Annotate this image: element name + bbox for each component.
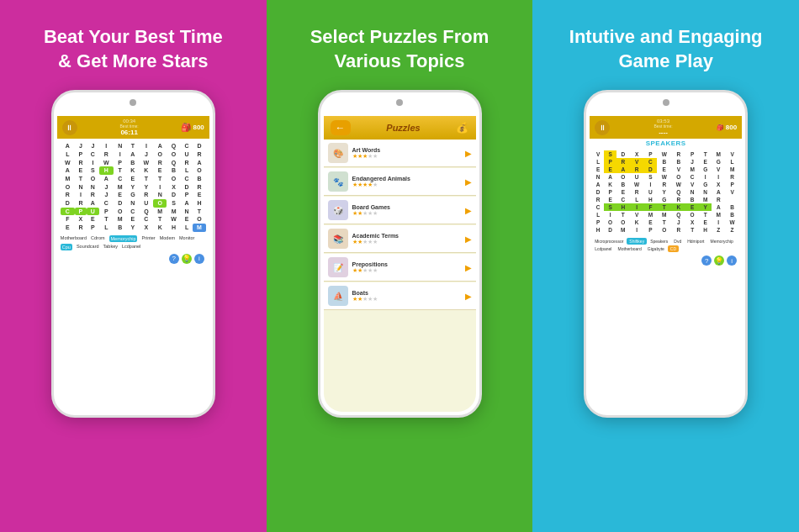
puzzle-arrow-icon: ▶ [465, 206, 472, 215]
phone-footer: ? 💡 i [57, 252, 209, 266]
right-phone: ⏸ 03:53 Best time: ---- 🎒 800 SPEAKERS V… [584, 90, 748, 418]
puzzle-arrow-icon: ▶ [465, 234, 472, 244]
puzzle-info: Endangered Animals ★★★★★ [352, 176, 465, 188]
hint-icon[interactable]: 💡 [182, 254, 192, 264]
puzzle-icon: 🎨 [328, 143, 348, 163]
puzzle-stars: ★★★★★ [352, 210, 465, 217]
left-panel: Beat Your Best Time & Get More Stars ⏸ 0… [0, 0, 267, 532]
right-panel-title: Intutive and EngagingGame Play [561, 25, 771, 73]
puzzle-arrow-icon: ▶ [465, 292, 472, 301]
puzzle-name: Boats [352, 290, 465, 296]
word-search-grid: AJJINTIAQCD LPCRIAJOOUR WRIWPBWRQRA AESH… [57, 139, 209, 234]
tag-gigabyte: Gigabyte [645, 245, 667, 252]
puzzle-info: Art Words ★★★★★ [352, 147, 465, 160]
left-panel-title: Beat Your Best Time & Get More Stars [35, 25, 231, 73]
tag-lcdpanel: Lcdpanel [592, 245, 614, 252]
puzzle-stars: ★★★★★ [352, 182, 465, 188]
puzzle-stars: ★★★★★ [352, 296, 465, 303]
puzzle-arrow-icon: ▶ [465, 149, 472, 158]
puzzle-name: Endangered Animals [352, 176, 465, 182]
puzzle-info: Academic Terms ★★★★★ [352, 233, 465, 245]
puzzle-arrow-icon: ▶ [465, 177, 472, 187]
puzzle-item-board-games[interactable]: 🎲 Board Games ★★★★★ ▶ [324, 197, 476, 224]
word-item: Modem [160, 235, 175, 242]
info-icon[interactable]: i [194, 254, 204, 264]
puzzle-item-academic[interactable]: 📚 Academic Terms ★★★★★ ▶ [324, 225, 476, 253]
timer-area-right: 03:53 Best time: ---- [653, 119, 672, 136]
puzzle-item-art-words[interactable]: 🎨 Art Words ★★★★★ ▶ [324, 140, 476, 167]
word-item: Motherboard [61, 235, 87, 242]
puzzle-icon: 📚 [328, 229, 348, 249]
puzzle-name: Board Games [352, 204, 465, 210]
word-item: Printer [141, 235, 155, 242]
coin-icon-right: 🎒 [717, 124, 724, 131]
help-icon-right[interactable]: ? [701, 255, 712, 266]
puzzle-stars: ★★★★★ [352, 239, 465, 245]
right-phone-footer: ? 💡 i [590, 254, 742, 267]
back-button[interactable]: ← [331, 120, 351, 135]
left-phone: ⏸ 00:34 Best time: 06:11 🎒 800 AJJINTIAQ… [51, 90, 215, 418]
pause-button[interactable]: ⏸ [62, 120, 77, 135]
info-icon-right[interactable]: i [727, 255, 737, 266]
word-item: Tabkey [103, 244, 118, 250]
word-list: Motherboard Cdrom Memorychip Printer Mod… [57, 234, 209, 252]
word-tags: Microprocessor Shiftkey Speakers Dvd Hdm… [590, 236, 742, 254]
tag-memorychip: Memorychip [707, 238, 735, 245]
middle-panel: Select Puzzles FromVarious Topics ← Puzz… [267, 0, 533, 532]
word-item: Monitor [179, 235, 194, 242]
puzzle-icon: 🐾 [328, 171, 348, 192]
pause-button-right[interactable]: ⏸ [595, 120, 610, 135]
word-item: Cdrom [91, 235, 105, 242]
coins-icon: 💰 [456, 122, 468, 134]
puzzle-info: Board Games ★★★★★ [352, 204, 465, 217]
puzzle-icon: 📝 [328, 257, 348, 277]
tag-dvd: Dvd [671, 238, 684, 245]
puzzle-item-prepositions[interactable]: 📝 Prepositions ★★★★★ ▶ [324, 254, 476, 282]
puzzle-stars: ★★★★★ [352, 153, 465, 160]
puzzle-arrow-icon: ▶ [465, 263, 472, 272]
puzzles-header: ← Puzzles 💰 [324, 116, 476, 140]
coin-icon: 🎒 [181, 123, 191, 132]
puzzle-stars: ★★★★★ [352, 267, 465, 274]
tag-microprocessor: Microprocessor [592, 238, 626, 245]
score-display-right: 800 [726, 124, 737, 131]
puzzle-item-endangered[interactable]: 🐾 Endangered Animals ★★★★★ ▶ [324, 168, 476, 196]
puzzle-name: Art Words [352, 147, 465, 153]
puzzle-name: Prepositions [352, 261, 465, 267]
middle-phone: ← Puzzles 💰 🎨 Art Words ★★★★★ ▶ [318, 90, 482, 418]
puzzle-info: Boats ★★★★★ [352, 290, 465, 303]
word-search-grid-right: VSDXPWRPTMV LPRVCBBJEGL EEARDEVMGVM NAOU… [590, 148, 742, 236]
right-panel: Intutive and EngagingGame Play ⏸ 03:53 B… [532, 0, 799, 532]
hint-icon-right[interactable]: 💡 [714, 255, 724, 266]
puzzle-item-boats[interactable]: ⛵ Boats ★★★★★ ▶ [324, 282, 476, 310]
help-icon[interactable]: ? [169, 254, 179, 264]
puzzles-title: Puzzles [386, 123, 420, 133]
timer-area: 00:34 Best time: 06:11 [120, 119, 139, 136]
tag-cd: CD [668, 245, 679, 252]
word-item: Soundcard [77, 244, 99, 250]
middle-panel-title: Select Puzzles FromVarious Topics [302, 25, 498, 73]
tag-motherboard: Motherboard [615, 245, 643, 252]
word-item: Lcdpanel [122, 244, 140, 250]
word-item-found: Cpu [61, 244, 72, 250]
puzzle-icon: ⛵ [328, 286, 348, 306]
score-display: 800 [193, 124, 204, 131]
puzzle-name: Academic Terms [352, 233, 465, 239]
word-item-found: Memorychip [109, 235, 138, 242]
tag-speakers: Speakers [648, 238, 670, 245]
tag-hdmiport: Hdmiport [685, 238, 706, 245]
puzzle-title-banner: SPEAKERS [590, 139, 742, 148]
puzzle-icon: 🎲 [328, 200, 348, 220]
puzzles-list: 🎨 Art Words ★★★★★ ▶ 🐾 Endangered Animals [324, 140, 476, 412]
puzzle-info: Prepositions ★★★★★ [352, 261, 465, 274]
tag-shiftkey: Shiftkey [627, 238, 647, 245]
